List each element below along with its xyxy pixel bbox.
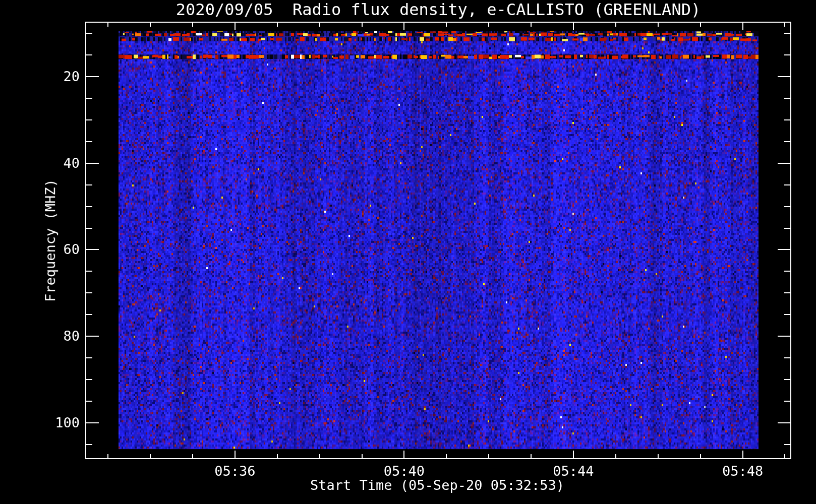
x-tick-label: 05:40: [384, 464, 425, 479]
y-tick-label: 40: [63, 156, 80, 171]
x-axis-label: Start Time (05-Sep-20 05:32:53): [310, 478, 564, 493]
x-tick-label: 05:44: [553, 464, 594, 479]
y-tick-label: 20: [63, 69, 80, 84]
y-tick-label: 60: [63, 242, 80, 258]
y-axis-label: Frequency (MHZ): [43, 179, 58, 302]
spectrogram-canvas: [0, 0, 816, 504]
x-tick-label: 05:36: [214, 464, 255, 479]
chart-title: 2020/09/05 Radio flux density, e-CALLIST…: [176, 1, 701, 19]
spectrogram-page: { "page": { "background_color": "#000000…: [0, 0, 816, 504]
y-tick-label: 100: [55, 415, 80, 430]
y-tick-label: 80: [63, 329, 80, 344]
x-tick-label: 05:48: [722, 464, 763, 479]
